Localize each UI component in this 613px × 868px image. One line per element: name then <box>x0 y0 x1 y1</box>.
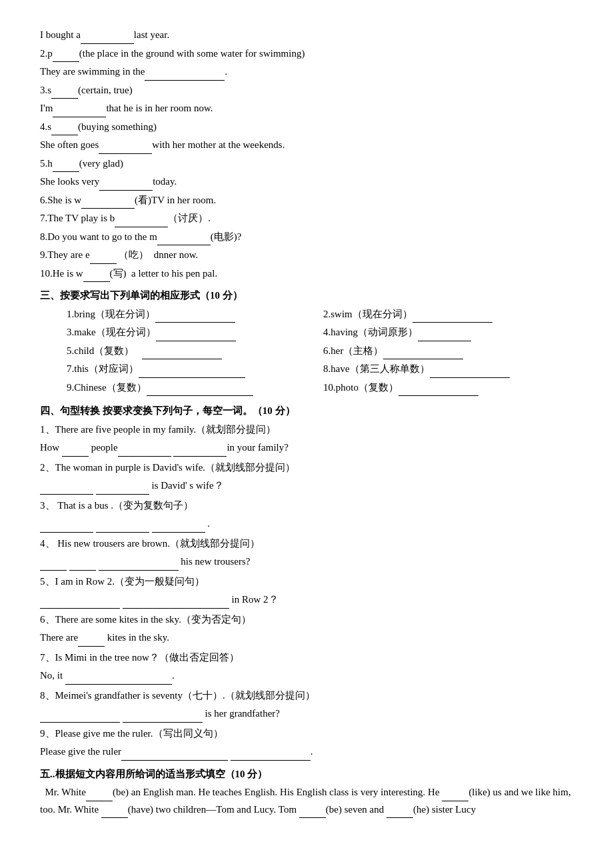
section3-item-4a: 7.this（对应词） <box>67 361 316 378</box>
s4-a3: . <box>40 515 573 533</box>
s4-q3: 3、 That is a bus .（变为复数句子） <box>40 497 573 515</box>
blank-s3-4a <box>139 377 245 378</box>
line-3: They are swimming in the. <box>40 63 573 81</box>
blank-s3-1b <box>412 322 492 323</box>
section3-item-5a: 9.Chinese（复数） <box>67 379 316 397</box>
line-6: 4.s(buying something) <box>40 119 573 136</box>
blank-1 <box>81 43 134 44</box>
blank-s5-1 <box>86 801 113 801</box>
blank-7 <box>99 153 152 154</box>
blank-9 <box>99 190 153 191</box>
section-5: 五..根据短文内容用所给词的适当形式填空（10 分） Mr. White(be)… <box>40 766 573 819</box>
blank-s3-2a <box>156 341 236 341</box>
line-2: 2.p(the place in the ground with some wa… <box>40 45 573 63</box>
blank-14 <box>83 281 110 282</box>
line-12: 8.Do you want to go to the m(电影)? <box>40 229 573 246</box>
line-10: 6.She is w(看)TV in her room. <box>40 192 573 209</box>
s4-q9: 9、Please give me the ruler.（写出同义句） <box>40 725 573 743</box>
blank-s3-5a <box>147 395 253 396</box>
section3-item-3b: 6.her（主格） <box>323 343 573 360</box>
s4-a2: is David' s wife？ <box>40 477 573 495</box>
blank-s5-4 <box>299 817 326 818</box>
blank-s3-3b <box>383 359 463 359</box>
blank-s3-2b <box>418 341 471 341</box>
s4-q1: 1、There are five people in my family.（就划… <box>40 421 573 439</box>
section3-item-1a: 1.bring（现在分词） <box>67 306 316 323</box>
section5-text: Mr. White(be) an English man. He teaches… <box>40 784 573 818</box>
section3-item-1b: 2.swim（现在分词） <box>323 306 573 323</box>
section3-title: 三、按要求写出下列单词的相应形式（10 分） <box>40 287 573 305</box>
s4-a4: his new trousers? <box>40 553 573 571</box>
s4-a5: in Row 2？ <box>40 591 573 609</box>
blank-s4-5a <box>40 608 120 609</box>
blank-s4-1c <box>173 456 227 457</box>
blank-s3-1a <box>155 322 235 323</box>
lines-section: I bought alast year. 2.p(the place in th… <box>40 27 573 282</box>
blank-s4-2b <box>96 494 149 495</box>
blank-6 <box>51 135 78 135</box>
main-content: I bought alast year. 2.p(the place in th… <box>40 27 573 818</box>
s4-a1: How people in your family? <box>40 439 573 457</box>
s4-q8: 8、Meimei's grandfather is seventy（七十）.（就… <box>40 687 573 705</box>
blank-s4-4b <box>69 570 96 571</box>
blank-s4-5b <box>123 608 229 609</box>
blank-s4-2a <box>40 494 93 495</box>
s4-a8: is her grandfather? <box>40 705 573 723</box>
line-14: 10.He is w(写) a letter to his pen pal. <box>40 265 573 283</box>
blank-5 <box>53 117 106 117</box>
line-5: I'mthat he is in her room now. <box>40 100 573 117</box>
s4-q2: 2、The woman in purple is David's wife.（就… <box>40 459 573 477</box>
blank-s5-2 <box>442 801 468 801</box>
blank-s4-7a <box>65 684 172 685</box>
section4-title: 四、句型转换 按要求变换下列句子，每空一词。（10 分） <box>40 403 573 420</box>
s4-q4: 4、 His new trousers are brown.（就划线部分提问） <box>40 535 573 553</box>
s4-q5: 5、I am in Row 2.（变为一般疑问句） <box>40 573 573 591</box>
blank-s5-5 <box>386 817 413 818</box>
section3-item-2a: 3.make（现在分词） <box>67 324 316 341</box>
s4-a9: Please give the ruler . <box>40 743 573 761</box>
blank-s4-3b <box>96 532 149 533</box>
line-13: 9.They are e （吃） dnner now. <box>40 247 573 264</box>
blank-s4-8a <box>40 722 120 723</box>
blank-10 <box>81 208 135 209</box>
s4-a7: No, it . <box>40 667 573 685</box>
section-4: 四、句型转换 按要求变换下列句子，每空一词。（10 分） 1、There are… <box>40 403 573 761</box>
blank-s3-4b <box>430 377 510 378</box>
blank-s4-8b <box>123 722 203 723</box>
blank-s4-4a <box>40 570 67 571</box>
section3-item-2b: 4.having（动词原形） <box>323 324 573 341</box>
line-9: She looks verytoday. <box>40 173 573 191</box>
blank-13 <box>90 263 117 264</box>
blank-4 <box>51 98 78 99</box>
section3-item-3a: 5.child（复数） <box>67 343 316 360</box>
blank-12 <box>157 245 211 245</box>
s4-q6: 6、There are some kites in the sky.（变为否定句… <box>40 611 573 629</box>
blank-s3-3a <box>142 359 222 359</box>
line-4: 3.s(certain, true) <box>40 82 573 99</box>
section3-grid: 1.bring（现在分词） 2.swim（现在分词） 3.make（现在分词） … <box>67 306 573 398</box>
line-1: I bought alast year. <box>40 27 573 44</box>
s4-q7: 7、Is Mimi in the tree now？（做出否定回答） <box>40 649 573 667</box>
blank-s4-9a <box>121 760 228 761</box>
blank-8 <box>53 171 79 172</box>
blank-3 <box>145 80 225 81</box>
blank-11 <box>115 227 168 227</box>
blank-s4-1b <box>118 456 171 457</box>
section3-item-4b: 8.have（第三人称单数） <box>323 361 573 378</box>
section3-item-5b: 10.photo（复数） <box>323 379 573 397</box>
blank-s4-3a <box>40 532 93 533</box>
blank-s4-3c <box>152 532 205 533</box>
blank-s3-5b <box>398 395 478 396</box>
line-11: 7.The TV play is b（讨厌）. <box>40 210 573 227</box>
section5-title: 五..根据短文内容用所给词的适当形式填空（10 分） <box>40 766 573 783</box>
blank-s5-3 <box>101 817 128 818</box>
blank-s4-4c <box>99 570 179 571</box>
line-7: She often goeswith her mother at the wee… <box>40 137 573 154</box>
line-8: 5.h(very glad) <box>40 155 573 173</box>
s4-a6: There are kites in the sky. <box>40 629 573 647</box>
blank-s4-9b <box>231 760 310 761</box>
blank-s4-6a <box>78 646 105 647</box>
section-3: 三、按要求写出下列单词的相应形式（10 分） 1.bring（现在分词） 2.s… <box>40 287 573 397</box>
blank-s4-1a <box>62 456 89 457</box>
blank-2 <box>53 61 79 62</box>
